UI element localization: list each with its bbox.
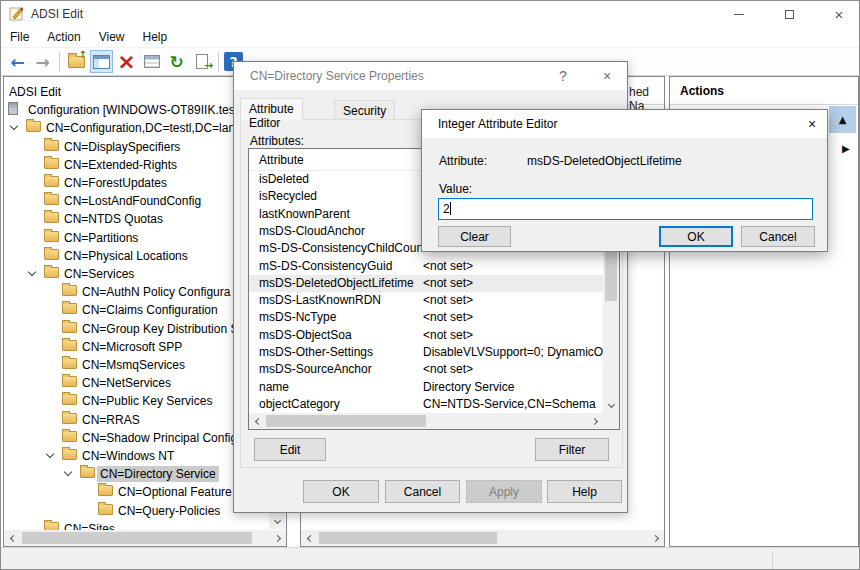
tree-item[interactable]: ADSI Edit bbox=[4, 82, 270, 100]
tab-attribute-editor[interactable]: Attribute Editor bbox=[240, 98, 303, 120]
tree-item-label: CN=Physical Locations bbox=[61, 248, 191, 264]
tree-hscroll-left-button[interactable] bbox=[4, 530, 20, 546]
chevron-expanded-icon[interactable] bbox=[10, 122, 18, 130]
menu-item-view[interactable]: View bbox=[90, 28, 134, 46]
attributes-hscroll-left-button[interactable] bbox=[249, 413, 265, 429]
chevron-expanded-icon[interactable] bbox=[46, 450, 54, 458]
tree-item[interactable]: CN=Partitions bbox=[4, 228, 270, 246]
forward-icon[interactable] bbox=[31, 50, 54, 73]
cancel-button[interactable]: Cancel bbox=[385, 480, 460, 503]
tree-item[interactable]: CN=NTDS Quotas bbox=[4, 209, 270, 227]
apply-button[interactable]: Apply bbox=[466, 480, 542, 503]
edit-button[interactable]: Edit bbox=[254, 438, 326, 461]
table-row[interactable]: msDS-Other-SettingsDisableVLVSupport=0; … bbox=[249, 344, 603, 361]
integer-ok-button[interactable]: OK bbox=[659, 226, 733, 247]
value-input[interactable]: 2 bbox=[438, 198, 813, 220]
tree-hscroll-right-button[interactable] bbox=[270, 530, 286, 546]
list-hscroll-left-button[interactable] bbox=[301, 530, 317, 546]
tree-item-label: CN=Microsoft SPP bbox=[79, 339, 185, 355]
menu-item-action[interactable]: Action bbox=[38, 28, 89, 46]
close-button[interactable]: × bbox=[819, 1, 859, 27]
dialog-help-button[interactable]: ? bbox=[548, 62, 578, 90]
attributes-hscroll-right-button[interactable] bbox=[587, 413, 603, 429]
console-tree-icon[interactable] bbox=[90, 50, 113, 73]
dialog-close-button[interactable]: × bbox=[592, 62, 622, 90]
tree-item[interactable]: CN=Services bbox=[4, 264, 270, 282]
attribute-column-header[interactable]: Attribute bbox=[259, 153, 304, 167]
tree-item[interactable]: CN=LostAndFoundConfig bbox=[4, 191, 270, 209]
ok-button[interactable]: OK bbox=[303, 480, 379, 503]
tree-item[interactable]: CN=Query-Policies bbox=[4, 501, 270, 519]
attributes-vscroll-down-button[interactable] bbox=[603, 397, 619, 413]
triangle-right-icon: ▶ bbox=[842, 143, 850, 154]
folder-icon bbox=[62, 413, 77, 424]
attributes-hscroll-thumb[interactable] bbox=[266, 415, 426, 427]
tree-item[interactable]: CN=Public Key Services bbox=[4, 391, 270, 409]
menu-item-file[interactable]: File bbox=[1, 28, 38, 46]
attribute-value-cell: <not set> bbox=[423, 362, 473, 376]
table-row[interactable]: nameDirectory Service bbox=[249, 379, 603, 396]
tree-item[interactable]: CN=Extended-Rights bbox=[4, 155, 270, 173]
attribute-name-cell: msDS-Other-Settings bbox=[259, 345, 373, 359]
refresh-icon[interactable] bbox=[165, 50, 188, 73]
tree-item-label: CN=Services bbox=[61, 266, 137, 282]
tree-item-label: CN=RRAS bbox=[79, 412, 143, 428]
attributes-hscrollbar[interactable] bbox=[249, 413, 603, 429]
tree-item[interactable]: CN=Microsoft SPP bbox=[4, 337, 270, 355]
table-row[interactable]: msDS-LastKnownRDN<not set> bbox=[249, 292, 603, 309]
tree-item-label: CN=Directory Service bbox=[97, 466, 219, 482]
tree-item[interactable]: CN=Group Key Distribution S bbox=[4, 319, 270, 337]
table-row[interactable]: mS-DS-ConsistencyGuid<not set> bbox=[249, 258, 603, 275]
table-row[interactable]: msDS-ObjectSoa<not set> bbox=[249, 327, 603, 344]
export-list-icon[interactable]: → bbox=[190, 50, 213, 73]
tree-item[interactable]: CN=Windows NT bbox=[4, 446, 270, 464]
back-icon[interactable] bbox=[6, 50, 29, 73]
attribute-value-cell: CN=NTDS-Service,CN=Schema bbox=[423, 397, 596, 411]
up-one-level-icon[interactable]: ↑ bbox=[65, 50, 88, 73]
tree-item[interactable]: CN=ForestUpdates bbox=[4, 173, 270, 191]
tree-item[interactable]: CN=Optional Feature bbox=[4, 482, 270, 500]
tree-hscrollbar[interactable] bbox=[4, 530, 286, 546]
table-row[interactable]: objectCategoryCN=NTDS-Service,CN=Schema bbox=[249, 396, 603, 413]
table-row[interactable]: msDS-DeletedObjectLifetime<not set> bbox=[249, 275, 603, 292]
tree-item[interactable]: CN=Claims Configuration bbox=[4, 300, 270, 318]
properties-icon[interactable] bbox=[140, 50, 163, 73]
tree-item[interactable]: CN=Physical Locations bbox=[4, 246, 270, 264]
clear-button[interactable]: Clear bbox=[438, 226, 511, 247]
attribute-name-cell: msDS-SourceAnchor bbox=[259, 362, 372, 376]
tree-item[interactable]: CN=RRAS bbox=[4, 410, 270, 428]
tree-item[interactable]: CN=Configuration,DC=testl,DC=lan bbox=[4, 118, 270, 136]
integer-cancel-button[interactable]: Cancel bbox=[741, 226, 815, 247]
table-row[interactable]: msDS-SourceAnchor<not set> bbox=[249, 361, 603, 378]
list-hscroll-thumb[interactable] bbox=[319, 532, 497, 544]
filter-button[interactable]: Filter bbox=[535, 438, 609, 461]
tree-item[interactable]: CN=NetServices bbox=[4, 373, 270, 391]
actions-collapse-button[interactable]: ▲ bbox=[829, 106, 856, 133]
table-row[interactable]: msDS-NcType<not set> bbox=[249, 309, 603, 326]
folder-icon bbox=[26, 121, 41, 132]
chevron-expanded-icon[interactable] bbox=[28, 268, 36, 276]
tree-item[interactable]: Configuration [WINDOWS-OT89IIK.testl bbox=[4, 100, 270, 118]
tree-item[interactable]: CN=Shadow Principal Config bbox=[4, 428, 270, 446]
chevron-right-icon bbox=[651, 534, 658, 541]
list-hscrollbar[interactable] bbox=[301, 530, 664, 546]
tree-item[interactable]: CN=AuthN Policy Configura bbox=[4, 282, 270, 300]
help-button[interactable]: Help bbox=[547, 480, 622, 503]
folder-icon bbox=[62, 303, 77, 314]
tree-item[interactable]: CN=MsmqServices bbox=[4, 355, 270, 373]
tree-item[interactable]: CN=DisplaySpecifiers bbox=[4, 137, 270, 155]
minimize-button[interactable] bbox=[719, 1, 759, 27]
list-hscroll-right-button[interactable] bbox=[648, 530, 664, 546]
tab-security[interactable]: Security bbox=[334, 100, 395, 120]
maximize-button[interactable] bbox=[769, 1, 809, 27]
tree-item[interactable]: CN=Directory Service bbox=[4, 464, 270, 482]
more-actions-arrow[interactable]: ▶ bbox=[842, 143, 850, 154]
attribute-name-cell: msDS-NcType bbox=[259, 310, 336, 324]
tree-vscroll-down-button[interactable] bbox=[269, 513, 285, 529]
triangle-up-icon: ▲ bbox=[839, 114, 847, 125]
chevron-expanded-icon[interactable] bbox=[64, 468, 72, 476]
menu-item-help[interactable]: Help bbox=[134, 28, 177, 46]
tree-hscroll-thumb[interactable] bbox=[22, 532, 252, 544]
delete-icon[interactable] bbox=[115, 50, 138, 73]
integer-dialog-close-button[interactable]: × bbox=[797, 110, 827, 138]
